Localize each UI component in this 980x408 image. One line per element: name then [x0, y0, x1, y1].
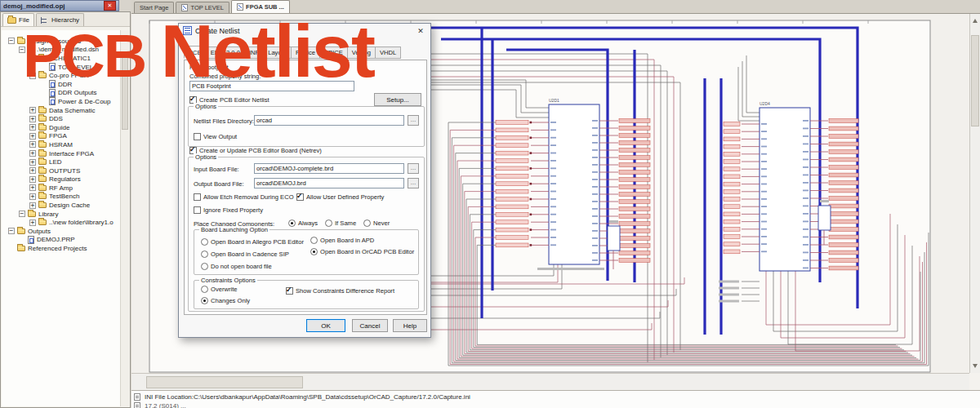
- tree-item-outputs[interactable]: −Outputs: [2, 227, 121, 236]
- browse-icon[interactable]: [408, 163, 419, 174]
- expand-icon[interactable]: +: [29, 141, 36, 148]
- tree-item-top-level[interactable]: TOP LEVEL: [2, 63, 121, 72]
- doc-tab-start-page[interactable]: Start Page: [134, 2, 174, 13]
- tab-file[interactable]: File: [2, 13, 34, 26]
- collapse-icon[interactable]: −: [29, 55, 36, 61]
- tree-item-label: Co-pro FPGA: [49, 72, 88, 79]
- dialog-tab-layout[interactable]: Layout: [264, 47, 292, 59]
- open-allegro-radio[interactable]: [201, 238, 208, 246]
- tree-item-testbench[interactable]: +TestBench: [2, 193, 121, 202]
- tree-item-power-de-coup[interactable]: Power & De-Coup: [2, 97, 121, 106]
- tree-item-fpga[interactable]: +FPGA: [2, 132, 121, 141]
- open-orcad-pcb-editor-label: Open Board in OrCAD PCB Editor: [320, 248, 414, 255]
- project-window-titlebar[interactable]: demoj_modified.opj: [0, 0, 119, 11]
- expand-icon[interactable]: +: [29, 124, 36, 131]
- tree-item-demoj-prp[interactable]: DEMOJ.PRP: [2, 236, 121, 245]
- scrollbar-thumb[interactable]: [122, 55, 128, 130]
- tree-item-outputs[interactable]: +OUTPUTS: [2, 166, 121, 175]
- expand-icon[interactable]: +: [29, 107, 36, 113]
- doc-tab-top-level[interactable]: TOP LEVEL: [176, 2, 229, 13]
- allow-etch-removal-checkbox[interactable]: [194, 193, 201, 201]
- place-never-radio[interactable]: [363, 220, 371, 227]
- tree-item-rf-amp[interactable]: +RF Amp: [2, 184, 121, 193]
- scrollbar-thumb[interactable]: [971, 35, 979, 126]
- expand-icon[interactable]: +: [29, 176, 36, 183]
- scrollbar-thumb[interactable]: [146, 376, 303, 388]
- expand-icon[interactable]: +: [29, 193, 36, 200]
- horizontal-scrollbar[interactable]: [131, 373, 969, 390]
- tree-item-interface-fpga[interactable]: +Interface FPGA: [2, 149, 121, 158]
- allow-user-defined-property-checkbox[interactable]: [296, 193, 304, 201]
- project-window-close-button[interactable]: [104, 1, 116, 11]
- expand-icon[interactable]: +: [29, 184, 36, 191]
- project-tree-scrollbar[interactable]: [120, 30, 129, 406]
- cancel-button[interactable]: Cancel: [352, 319, 388, 332]
- browse-icon[interactable]: [408, 115, 419, 126]
- browse-icon[interactable]: [408, 178, 419, 188]
- combined-property-input[interactable]: [189, 81, 354, 91]
- collapse-icon[interactable]: −: [19, 47, 25, 53]
- expand-icon[interactable]: +: [29, 150, 36, 157]
- tree-item-hsram[interactable]: +HSRAM: [2, 140, 121, 149]
- collapse-icon[interactable]: −: [19, 211, 25, 217]
- input-board-file-input[interactable]: [254, 163, 404, 174]
- collapse-icon[interactable]: −: [29, 73, 36, 79]
- dialog-tab-pcb[interactable]: PCB: [184, 46, 207, 59]
- schematic-page-icon: [237, 3, 243, 11]
- tree-item-ddr-outputs[interactable]: DDR Outputs: [2, 89, 121, 98]
- tab-hierarchy[interactable]: Hierarchy: [36, 13, 84, 26]
- tree-item-schematic1[interactable]: −SCHEMATIC1: [2, 54, 121, 63]
- no-open-board-radio[interactable]: [201, 263, 208, 270]
- expand-icon[interactable]: +: [29, 167, 36, 174]
- netlist-dir-input[interactable]: [254, 115, 404, 126]
- dialog-tab-verilog[interactable]: Verilog: [348, 47, 376, 59]
- dialog-tab-vhdl[interactable]: VHDL: [376, 47, 401, 59]
- dialog-tab-spice[interactable]: SPICE: [320, 47, 348, 59]
- combined-property-label: Combined property string:: [189, 73, 261, 80]
- launch-apd-row: Open Board in APD: [310, 237, 374, 244]
- view-output-checkbox[interactable]: [194, 133, 201, 140]
- tree-item-dguide[interactable]: +Dguide: [2, 123, 121, 132]
- tree-item-dds[interactable]: +DDS: [2, 114, 121, 123]
- doc-tab-fpga-sub[interactable]: FPGA SUB ...: [231, 0, 290, 13]
- tree-item-referenced-projects[interactable]: Referenced Projects: [2, 244, 121, 253]
- overwrite-radio[interactable]: [201, 286, 208, 293]
- scroll-up-icon[interactable]: [973, 19, 978, 23]
- changes-only-radio[interactable]: [201, 297, 208, 304]
- open-cadence-sip-radio[interactable]: [201, 251, 208, 258]
- dialog-tab-inf[interactable]: INF: [245, 47, 264, 59]
- tree-item-design-cache[interactable]: +Design Cache: [2, 201, 121, 210]
- dialog-tab-edif-2-0-0[interactable]: EDIF 2 0 0: [207, 47, 245, 59]
- open-orcad-pcb-editor-radio[interactable]: [310, 248, 318, 255]
- expand-icon[interactable]: +: [29, 202, 36, 209]
- setup-button[interactable]: Setup...: [374, 93, 421, 106]
- ok-button[interactable]: OK: [306, 319, 345, 332]
- expand-icon[interactable]: +: [29, 220, 36, 226]
- expand-icon[interactable]: +: [29, 159, 36, 166]
- tree-item-library[interactable]: −Library: [2, 210, 121, 219]
- tree-item-new-folder-library1-o[interactable]: +..\new folder\library1.o: [2, 218, 121, 227]
- ignore-fixed-property-checkbox[interactable]: [194, 206, 201, 214]
- tree-item-demoj-modified-dsn[interactable]: −.\demoj_modified.dsn: [2, 46, 121, 55]
- dialog-close-icon[interactable]: [415, 26, 426, 36]
- tree-item-regulators[interactable]: +Regulators: [2, 175, 121, 184]
- vertical-scrollbar[interactable]: [969, 14, 980, 373]
- dialog-tab-pspice[interactable]: PSpice: [292, 47, 320, 59]
- output-board-file-input[interactable]: [254, 178, 404, 188]
- scroll-down-icon[interactable]: [973, 364, 978, 368]
- tree-item-led[interactable]: +LED: [2, 157, 121, 166]
- expand-icon[interactable]: +: [29, 116, 36, 122]
- tree-item-design-resources[interactable]: −Design Resources: [2, 37, 121, 46]
- tree-item-ddr[interactable]: DDR: [2, 80, 121, 89]
- open-apd-radio[interactable]: [310, 237, 318, 244]
- dialog-titlebar[interactable]: Create Netlist: [179, 24, 430, 38]
- show-constraints-report-checkbox[interactable]: [286, 287, 293, 295]
- help-button[interactable]: Help: [393, 319, 427, 332]
- expand-icon[interactable]: +: [29, 133, 36, 140]
- place-if-same-radio[interactable]: [325, 220, 332, 227]
- collapse-icon[interactable]: −: [8, 38, 15, 44]
- place-always-radio[interactable]: [288, 220, 296, 227]
- tree-item-data-schematic[interactable]: +Data Schematic: [2, 106, 121, 115]
- collapse-icon[interactable]: −: [8, 228, 15, 234]
- tree-item-co-pro-fpga[interactable]: −Co-pro FPGA: [2, 71, 121, 80]
